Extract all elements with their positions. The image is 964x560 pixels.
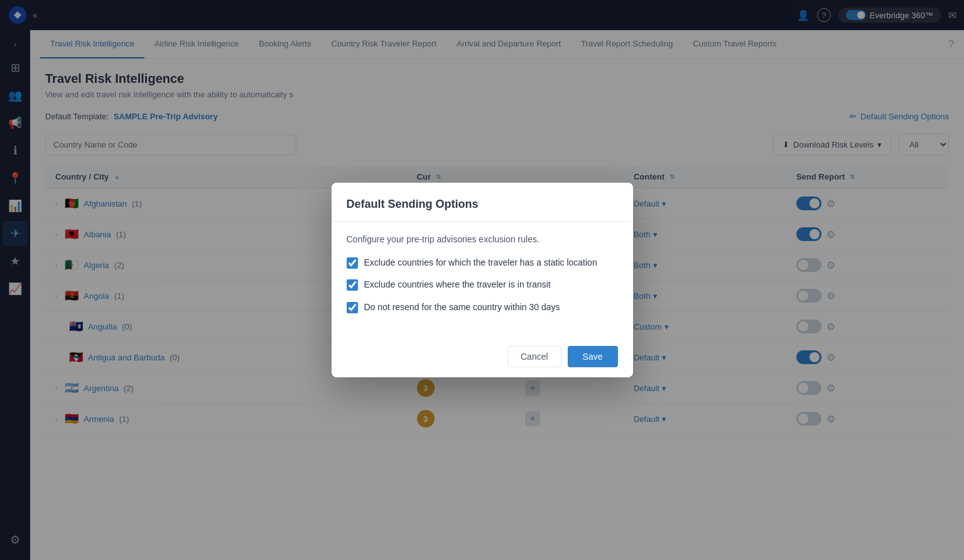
checkbox-row-2: Exclude countries where the traveler is … [347, 279, 618, 291]
exclude-static-location-label: Exclude countries for which the traveler… [364, 257, 597, 269]
modal: Default Sending Options Configure your p… [332, 183, 633, 378]
checkbox-row-3: Do not resend for the same country withi… [347, 301, 618, 314]
modal-overlay: Default Sending Options Configure your p… [0, 0, 964, 560]
modal-header: Default Sending Options [332, 183, 633, 222]
no-resend-label: Do not resend for the same country withi… [364, 301, 560, 314]
cancel-button[interactable]: Cancel [507, 346, 561, 367]
exclude-static-location-checkbox[interactable] [347, 257, 358, 269]
modal-description: Configure your pre-trip advisories exclu… [347, 234, 618, 244]
checkbox-row-1: Exclude countries for which the traveler… [347, 257, 618, 269]
save-button[interactable]: Save [568, 346, 618, 367]
no-resend-checkbox[interactable] [347, 302, 358, 313]
modal-footer: Cancel Save [332, 336, 633, 377]
exclude-transit-checkbox[interactable] [347, 279, 358, 291]
exclude-transit-label: Exclude countries where the traveler is … [364, 279, 551, 291]
modal-body: Configure your pre-trip advisories exclu… [332, 222, 633, 337]
